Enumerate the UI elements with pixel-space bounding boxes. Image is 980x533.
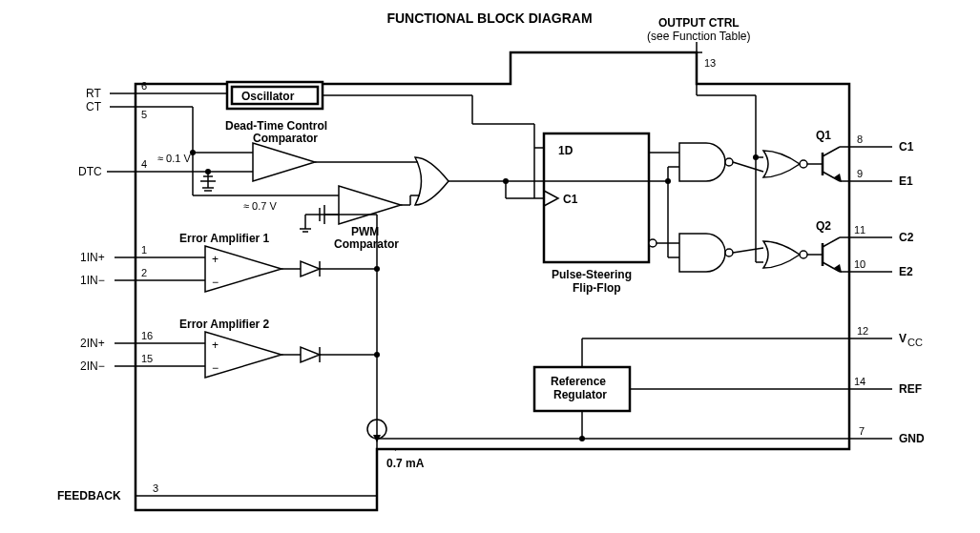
pin-1inn-num: 2 bbox=[141, 267, 147, 278]
pin-fb-num: 3 bbox=[153, 482, 158, 494]
svg-line-91 bbox=[823, 147, 840, 156]
svg-text:−: − bbox=[212, 361, 219, 375]
pin-ref-label: REF bbox=[899, 382, 922, 396]
pwm-offset-label: ≈ 0.7 V bbox=[243, 200, 277, 212]
nor-gate-lower bbox=[763, 241, 800, 268]
pin-2inn-label: 2IN− bbox=[80, 359, 105, 373]
svg-point-49 bbox=[374, 266, 380, 272]
svg-text:→: → bbox=[388, 443, 399, 455]
ea1-label: Error Amplifier 1 bbox=[179, 232, 270, 245]
pin-gnd-num: 7 bbox=[859, 425, 865, 437]
svg-line-99 bbox=[823, 237, 840, 247]
refreg-l2: Regulator bbox=[553, 388, 607, 401]
pin-vcc-sub: CC bbox=[907, 337, 923, 348]
nor-gate-upper bbox=[763, 151, 800, 177]
nand-gate-lower bbox=[679, 234, 725, 272]
pwm-comparator bbox=[339, 186, 401, 224]
pin-e1-label: E1 bbox=[899, 174, 913, 188]
pwm-l2: Comparator bbox=[334, 237, 399, 251]
svg-text:−: − bbox=[212, 276, 219, 289]
q1-label: Q1 bbox=[816, 129, 831, 142]
pin-c1-label: C1 bbox=[899, 140, 914, 154]
pin-gnd-label: GND bbox=[899, 432, 925, 445]
pin-fb-label: FEEDBACK bbox=[57, 489, 121, 502]
pwm-l1: PWM bbox=[351, 225, 379, 238]
or-gate-1 bbox=[415, 157, 448, 205]
dtc-offset-label: ≈ 0.1 V bbox=[157, 153, 191, 164]
pin-rt-label: RT bbox=[86, 87, 101, 100]
ea2-label: Error Amplifier 2 bbox=[179, 318, 270, 331]
pin-c2-label: C2 bbox=[899, 231, 914, 244]
pin-rt-num: 6 bbox=[141, 80, 147, 92]
transistor-q1 bbox=[807, 147, 842, 182]
svg-point-50 bbox=[374, 352, 380, 358]
pin-2inp-label: 2IN+ bbox=[80, 337, 105, 350]
pin-1inp-num: 1 bbox=[141, 244, 147, 256]
refreg-l1: Reference bbox=[551, 375, 606, 388]
pin-dtc-num: 4 bbox=[141, 158, 147, 170]
pin-e1-num: 9 bbox=[857, 168, 863, 179]
ff-ck: C1 bbox=[563, 193, 578, 206]
svg-text:+: + bbox=[212, 253, 219, 266]
pin-vcc-label: V bbox=[899, 332, 907, 345]
dtc-comp-l2: Comparator bbox=[253, 132, 318, 145]
svg-line-88 bbox=[733, 248, 763, 253]
svg-point-65 bbox=[649, 239, 657, 247]
pin-ref-num: 14 bbox=[854, 376, 865, 387]
page-title: FUNCTIONAL BLOCK DIAGRAM bbox=[386, 10, 592, 26]
svg-text:+: + bbox=[212, 338, 219, 352]
svg-line-87 bbox=[733, 162, 763, 172]
pin-ct-label: CT bbox=[86, 100, 102, 113]
ff-d: 1D bbox=[558, 144, 573, 157]
nand-gate-upper bbox=[679, 143, 725, 181]
svg-point-71 bbox=[665, 178, 671, 184]
pin-c2-num: 11 bbox=[854, 224, 865, 236]
ff-l1: Pulse-Steering bbox=[552, 268, 632, 281]
pin-2inn-num: 15 bbox=[141, 353, 153, 364]
pin-oc-num: 13 bbox=[704, 57, 716, 69]
pin-dtc-label: DTC bbox=[78, 165, 102, 178]
svg-point-86 bbox=[800, 251, 807, 258]
bias-label: 0.7 mA bbox=[386, 457, 425, 470]
pin-ct-num: 5 bbox=[141, 109, 147, 120]
ff-l2: Flip-Flop bbox=[573, 281, 621, 295]
pin-vcc-num: 12 bbox=[857, 325, 868, 337]
pin-2inp-num: 16 bbox=[141, 330, 153, 341]
svg-point-84 bbox=[753, 154, 759, 160]
pin-e2-num: 10 bbox=[854, 258, 865, 270]
pin-oc-sub: (see Function Table) bbox=[647, 30, 751, 43]
pin-e2-label: E2 bbox=[899, 265, 913, 278]
svg-point-85 bbox=[800, 160, 807, 168]
pin-oc-label: OUTPUT CTRL bbox=[658, 16, 740, 30]
dtc-comparator bbox=[253, 143, 315, 181]
svg-point-72 bbox=[725, 158, 733, 166]
oscillator-label: Oscillator bbox=[241, 90, 295, 103]
transistor-q2 bbox=[807, 237, 842, 273]
dtc-comp-l1: Dead-Time Control bbox=[225, 119, 327, 133]
pin-1inn-label: 1IN− bbox=[80, 274, 105, 287]
svg-point-73 bbox=[725, 249, 733, 256]
svg-point-112 bbox=[579, 436, 585, 441]
pin-c1-num: 8 bbox=[857, 133, 863, 145]
pin-1inp-label: 1IN+ bbox=[80, 251, 105, 264]
q2-label: Q2 bbox=[816, 219, 831, 233]
